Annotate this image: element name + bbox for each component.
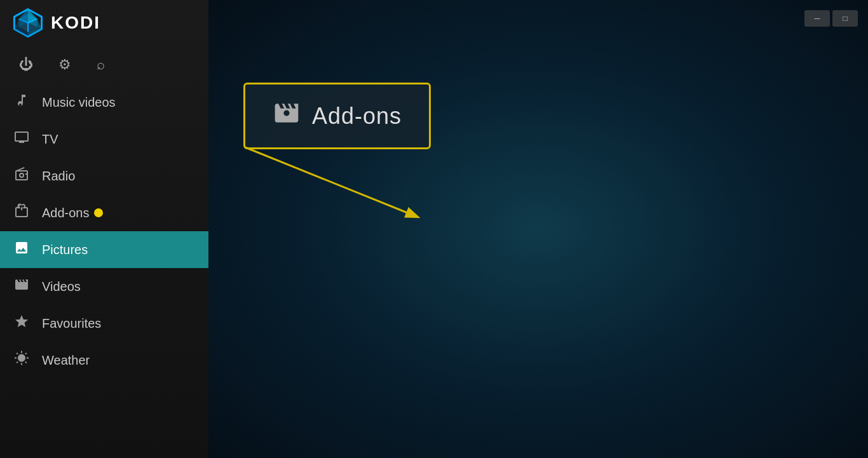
sidebar-nav: Music videos TV Radio Add-ons [0,84,208,458]
sidebar-item-weather-label: Weather [42,353,90,368]
sidebar-item-videos-label: Videos [42,280,81,294]
power-icon[interactable]: ⏻ [19,57,33,73]
sidebar-item-tv[interactable]: TV [0,121,208,158]
svg-line-11 [245,147,417,217]
addons-icon [13,203,31,222]
sidebar-item-music-videos-label: Music videos [42,95,116,110]
window-controls: ─ □ [804,10,858,27]
maximize-button[interactable]: □ [832,10,858,27]
music-video-icon [13,93,31,112]
search-icon[interactable]: ⌕ [97,57,105,73]
sidebar-item-radio-label: Radio [42,169,75,184]
main-content: ─ □ Add-ons [208,0,868,458]
weather-icon [13,351,31,370]
sidebar-item-add-ons-label: Add-ons [42,206,90,220]
sidebar-item-favourites-label: Favourites [42,316,101,331]
add-ons-dot [94,208,103,217]
minimize-button[interactable]: ─ [804,10,830,27]
callout-box: Add-ons [243,83,431,149]
sidebar-header: KODI [0,0,208,46]
callout-arrow [208,0,868,458]
sidebar-controls: ⏻ ⚙ ⌕ [0,46,208,84]
sidebar-item-add-ons[interactable]: Add-ons [0,194,208,231]
radio-icon [13,166,31,185]
tv-icon [13,130,31,149]
sidebar-item-music-videos[interactable]: Music videos [0,84,208,121]
favourites-icon [13,314,31,333]
settings-icon[interactable]: ⚙ [58,57,71,73]
app-title: KODI [51,13,100,33]
pictures-icon [13,240,31,259]
callout-label: Add-ons [312,103,402,130]
sidebar-item-weather[interactable]: Weather [0,342,208,379]
sidebar-item-pictures-label: Pictures [42,243,88,257]
sidebar-item-radio[interactable]: Radio [0,158,208,194]
sidebar: KODI ⏻ ⚙ ⌕ Music videos TV Radio [0,0,208,458]
sidebar-item-favourites[interactable]: Favourites [0,305,208,342]
sidebar-item-tv-label: TV [42,132,58,147]
sidebar-item-videos[interactable]: Videos [0,268,208,305]
videos-icon [13,277,31,296]
sidebar-item-pictures[interactable]: Pictures [0,231,208,268]
callout-addons-icon [273,99,301,133]
kodi-logo [13,8,43,38]
